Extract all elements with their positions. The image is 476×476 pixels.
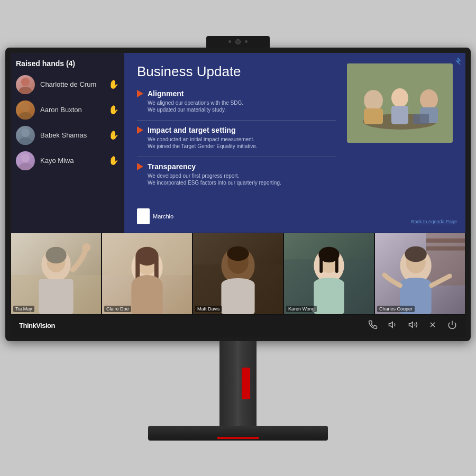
video-name-tia: Tia May — [13, 306, 34, 312]
slide-bullet-1-1: We aligned our operations with the SDG. — [148, 100, 336, 106]
svg-marker-61 — [389, 322, 393, 327]
webcam-lens — [235, 39, 241, 44]
slide-item-title-1: Alignment — [148, 89, 184, 98]
slide-item-1: Alignment We aligned our operations with… — [137, 89, 336, 113]
svg-point-14 — [391, 88, 408, 107]
logo-icon — [137, 208, 150, 224]
webcam-bar — [206, 36, 270, 48]
slide-item-3: Transparency We developed our first prog… — [137, 162, 336, 186]
svg-point-2 — [21, 103, 30, 112]
svg-point-60 — [400, 277, 431, 289]
svg-point-25 — [45, 246, 66, 263]
stand-neck — [219, 341, 257, 426]
presentation-area: Business Update Alignment We aligned our… — [124, 53, 465, 233]
slide-arrow-1 — [137, 90, 143, 97]
stand-accent — [242, 368, 250, 399]
power-icon[interactable] — [447, 320, 457, 332]
raised-hands-panel: Raised hands (4) Charlotte de Crum ✋ — [11, 53, 124, 233]
participant-item: Charlotte de Crum ✋ — [16, 75, 119, 94]
svg-point-8 — [140, 211, 147, 217]
slide-item-title-3: Transparency — [148, 162, 196, 171]
svg-point-12 — [364, 90, 383, 111]
participant-item: Aaron Buxton ✋ — [16, 100, 119, 120]
svg-point-7 — [19, 163, 32, 170]
svg-point-16 — [420, 89, 438, 109]
slide-logo-area: Marchio — [137, 208, 173, 224]
video-cell-tia: Tia May — [11, 233, 102, 315]
svg-point-6 — [21, 154, 30, 162]
phone-icon[interactable] — [368, 320, 378, 332]
video-name-charles: Charles Cooper — [377, 306, 415, 312]
bluetooth-icon — [455, 57, 461, 67]
svg-rect-35 — [131, 285, 162, 314]
slide-arrow-3 — [137, 163, 143, 170]
svg-rect-24 — [39, 279, 73, 314]
svg-rect-13 — [364, 108, 383, 124]
video-name-claire: Claire Doe — [104, 306, 131, 312]
slide-title: Business Update — [137, 63, 336, 80]
svg-rect-9 — [142, 217, 145, 222]
slide-item-2: Impact and target setting We conducted a… — [137, 126, 336, 149]
control-bar: ThinkVision — [11, 315, 465, 337]
monitor-bezel: Raised hands (4) Charlotte de Crum ✋ — [5, 48, 471, 341]
back-to-agenda-link[interactable]: Back to Agenda Page — [411, 219, 457, 224]
slide-bullet-3-2: We incorporated ESG factors into our qua… — [148, 180, 336, 186]
slide-arrow-2 — [137, 126, 143, 134]
svg-point-58 — [405, 246, 426, 262]
video-cell-charles: Charles Cooper — [374, 233, 465, 315]
slide-divider-1 — [137, 120, 336, 121]
slide-bullet-2-1: We conducted an initial impact measureme… — [148, 136, 336, 142]
slide-item-title-2: Impact and target setting — [148, 126, 235, 134]
video-cell-matt: Matt Davis — [193, 233, 283, 315]
volume-down-icon[interactable] — [388, 320, 398, 332]
svg-rect-55 — [426, 246, 465, 250]
screen-content: Raised hands (4) Charlotte de Crum ✋ — [11, 53, 465, 233]
hand-icon-aaron: ✋ — [108, 105, 119, 115]
svg-marker-62 — [409, 322, 413, 327]
video-cell-claire: Claire Doe — [102, 233, 193, 315]
video-cell-karen: Karen Wong — [283, 233, 374, 315]
svg-point-1 — [19, 87, 32, 94]
avatar-kayo — [16, 151, 35, 170]
avatar-charlotte — [16, 75, 35, 94]
hand-icon-kayo: ✋ — [108, 155, 119, 166]
svg-rect-18 — [413, 114, 429, 124]
video-name-matt: Matt Davis — [195, 306, 222, 312]
slide-bullet-3-1: We developed our first progress report. — [148, 173, 336, 179]
video-name-karen: Karen Wong — [286, 306, 317, 312]
participant-item: Kayo Miwa ✋ — [16, 151, 119, 170]
slide-bullet-1-2: We updated our materiality study. — [148, 107, 336, 113]
stand-base — [148, 426, 328, 441]
participant-name-kayo: Kayo Miwa — [40, 157, 103, 164]
svg-point-3 — [19, 112, 32, 120]
svg-rect-54 — [426, 238, 465, 242]
control-icons — [368, 320, 457, 332]
slide-bullet-2-2: We joined the Target Gender Equality ini… — [148, 143, 336, 149]
slide-divider-2 — [137, 157, 336, 157]
stand-base-accent — [217, 437, 259, 439]
participant-name-charlotte: Charlotte de Crum — [40, 80, 103, 88]
slide-image — [347, 63, 453, 143]
svg-rect-15 — [391, 106, 408, 124]
avatar-babek — [16, 126, 35, 145]
svg-point-0 — [21, 78, 30, 86]
hand-icon-charlotte: ✋ — [108, 79, 119, 89]
webcam-indicator-left — [228, 40, 231, 43]
avatar-aaron — [16, 100, 35, 120]
video-strip: Tia May — [11, 233, 465, 315]
svg-rect-49 — [335, 254, 338, 273]
svg-point-51 — [314, 277, 344, 289]
svg-point-4 — [21, 129, 30, 137]
participant-name-aaron: Aaron Buxton — [40, 106, 103, 114]
monitor-wrapper: Raised hands (4) Charlotte de Crum ✋ — [5, 36, 471, 441]
raised-hands-title: Raised hands (4) — [16, 59, 119, 68]
slide-content: Business Update Alignment We aligned our… — [137, 63, 336, 222]
svg-point-40 — [227, 246, 249, 261]
svg-point-26 — [82, 243, 90, 251]
close-icon[interactable] — [428, 321, 437, 331]
participant-name-babek: Babek Shamas — [40, 131, 103, 139]
logo-text: Marchio — [153, 213, 173, 219]
volume-up-icon[interactable] — [408, 320, 418, 332]
thinkvision-logo: ThinkVision — [19, 322, 55, 329]
svg-rect-48 — [319, 254, 323, 273]
